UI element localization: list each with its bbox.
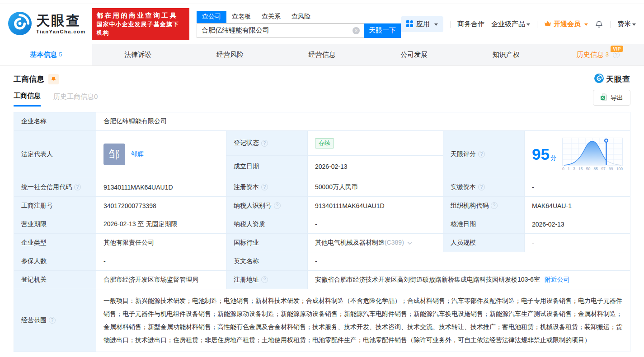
score-axis-tick: 97 xyxy=(601,167,605,171)
paid-capital-label-cell: 实缴资本 xyxy=(443,178,525,196)
business-cooperation-link[interactable]: 商务合作 xyxy=(457,20,484,28)
industry-value: 其他电气机械及器材制造 xyxy=(315,239,385,246)
tianyancha-watermark: 天眼查 xyxy=(594,74,630,84)
table-row: 工商注册号 340172000773398 纳税人识别号 91340111MAK… xyxy=(14,196,630,215)
tab-history-info[interactable]: 历史信息 3 VIP xyxy=(552,44,644,65)
search-input[interactable] xyxy=(197,23,364,38)
paid-capital-label: 实缴资本 xyxy=(451,183,476,191)
legal-rep-label: 法定代表人 xyxy=(14,131,96,178)
help-icon[interactable] xyxy=(74,184,81,190)
table-row: 参保人数 - 英文名称 - xyxy=(14,252,630,270)
main-content: 工商信息 天眼查 工商信息 历史工商信息0 xyxy=(0,72,644,352)
approval-date-label: 核准日期 xyxy=(443,215,525,233)
logo-swirl-icon xyxy=(8,12,32,37)
chevron-down-icon xyxy=(526,23,530,28)
reg-number-label: 工商注册号 xyxy=(14,196,96,215)
company-name-value: 合肥亿纬锂能有限公司 xyxy=(96,112,630,131)
help-icon[interactable] xyxy=(261,276,268,283)
approval-date-value: 2026-02-13 xyxy=(525,215,630,233)
notification-bell-icon[interactable] xyxy=(595,20,603,28)
subtab-business-registration[interactable]: 工商信息 xyxy=(14,92,41,107)
help-icon[interactable] xyxy=(491,202,498,209)
tab-intellectual-property[interactable]: 知识产权 xyxy=(460,44,552,65)
open-vip-button[interactable]: 开通会员 xyxy=(544,20,588,28)
promo-line1: 都在用的商业查询工具 xyxy=(96,11,185,20)
tab-count: 3 xyxy=(606,51,609,58)
score-axis-tick: 1 xyxy=(568,167,570,171)
tab-label: 公司发展 xyxy=(400,51,428,59)
legal-rep-link[interactable]: 邹辉 xyxy=(131,150,144,158)
reg-status-label: 登记状态 xyxy=(234,139,259,147)
chevron-down-icon[interactable] xyxy=(407,240,412,244)
chevron-down-icon xyxy=(632,23,636,28)
staff-size-label: 人员规模 xyxy=(443,233,525,252)
chevron-down-icon xyxy=(434,23,438,28)
reg-status-label-cell: 登记状态 xyxy=(226,131,308,156)
score-unit: 分 xyxy=(550,154,556,161)
search-button[interactable]: 天眼一下 xyxy=(364,23,401,38)
score-distribution-chart[interactable]: 0 1 3 15 50 85 97 99 100 xyxy=(562,138,623,171)
tyc-score-label-cell: 天眼评分 xyxy=(443,131,525,178)
industry-value-cell[interactable]: 其他电气机械及器材制造(C389) xyxy=(308,233,443,252)
tab-label: 知识产权 xyxy=(493,51,520,59)
help-icon[interactable] xyxy=(478,151,485,158)
search-tab-relation[interactable]: 查关系 xyxy=(256,11,286,23)
reg-capital-label: 注册资本 xyxy=(234,183,259,191)
tab-operational-risk[interactable]: 经营风险 xyxy=(184,44,276,65)
tab-basic-info[interactable]: 基本信息 5 xyxy=(0,44,92,65)
enterprise-products-label: 企业级产品 xyxy=(491,20,525,28)
legal-rep-avatar[interactable]: 邹 xyxy=(103,144,125,165)
clear-icon[interactable]: × xyxy=(353,27,360,34)
username: 费米 xyxy=(617,20,631,28)
industry-code: (C389) xyxy=(385,239,404,246)
help-icon[interactable] xyxy=(261,184,268,190)
tab-label: 经营风险 xyxy=(216,51,244,59)
watermark-text: 天眼查 xyxy=(606,74,630,84)
crown-icon xyxy=(544,20,551,28)
taxpayer-qualification-label: 纳税人资质 xyxy=(226,215,308,233)
search-tab-company[interactable]: 查公司 xyxy=(197,11,226,23)
subtab-bar: 工商信息 历史工商信息0 导出 xyxy=(14,90,630,108)
staff-size-value: - xyxy=(525,233,630,252)
credit-code-label-cell: 统一社会信用代码 xyxy=(14,178,96,196)
export-button[interactable]: 导出 xyxy=(593,90,630,106)
search-tab-risk[interactable]: 查风险 xyxy=(286,11,316,23)
score-axis-tick: 0 xyxy=(562,167,564,171)
business-scope-label-cell: 经营范围 xyxy=(14,289,96,352)
score-axis-tick: 85 xyxy=(593,167,597,171)
taxpayer-qualification-value: - xyxy=(308,215,443,233)
search-tab-boss[interactable]: 查老板 xyxy=(226,11,256,23)
section-header: 工商信息 天眼查 xyxy=(14,72,630,86)
score-axis-tick: 99 xyxy=(609,167,613,171)
subscribe-bell-icon[interactable] xyxy=(48,74,59,84)
reg-number-value: 340172000773398 xyxy=(96,196,226,215)
help-icon[interactable] xyxy=(49,317,56,324)
taxpayer-id-label: 纳税人识别号 xyxy=(234,202,272,210)
nearby-companies-link[interactable]: 附近公司 xyxy=(545,276,570,283)
help-icon[interactable] xyxy=(613,51,620,58)
reg-capital-label-cell: 注册资本 xyxy=(226,178,308,196)
english-name-label: 英文名称 xyxy=(226,252,308,270)
business-term-label: 营业期限 xyxy=(14,215,96,233)
apps-label: 应用 xyxy=(416,20,430,28)
enterprise-products-menu[interactable]: 企业级产品 xyxy=(491,20,530,28)
business-info-table: 企业名称 合肥亿纬锂能有限公司 法定代表人 邹 邹辉 登记状态 存续 xyxy=(14,112,630,352)
tab-label: 法律诉讼 xyxy=(124,51,151,59)
divider xyxy=(450,21,451,28)
tianyancha-logo[interactable]: 天眼查 TianYanCha.com xyxy=(8,12,85,37)
status-badge: 存续 xyxy=(315,138,334,148)
table-row: 企业名称 合肥亿纬锂能有限公司 xyxy=(14,112,630,131)
tab-legal-proceedings[interactable]: 法律诉讼 xyxy=(92,44,184,65)
apps-grid-icon xyxy=(406,20,413,28)
top-header: 天眼查 TianYanCha.com 都在用的商业查询工具 国家中小企业发展子基… xyxy=(0,4,644,44)
help-icon[interactable] xyxy=(478,184,485,190)
tab-company-development[interactable]: 公司发展 xyxy=(368,44,460,65)
help-icon[interactable] xyxy=(274,202,281,209)
credit-code-value: 91340111MAK64UAU1D xyxy=(96,178,226,196)
apps-menu[interactable]: 应用 xyxy=(401,16,443,32)
industry-label: 国标行业 xyxy=(226,233,308,252)
user-menu[interactable]: 费米 xyxy=(617,20,636,28)
subtab-history-registration[interactable]: 历史工商信息0 xyxy=(53,93,98,106)
tab-business-info[interactable]: 经营信息 xyxy=(276,44,368,65)
help-icon[interactable] xyxy=(261,140,268,147)
